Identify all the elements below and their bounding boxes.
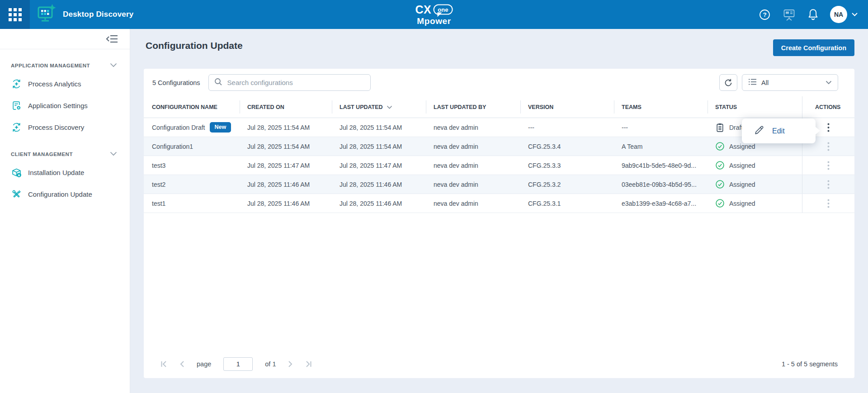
row-context-menu: Edit: [742, 118, 816, 143]
sidebar-item-process-discovery[interactable]: Process Discovery: [0, 116, 130, 138]
configurations-count: 5 Configurations: [152, 79, 200, 86]
row-actions-menu-button[interactable]: [822, 140, 835, 153]
cell-last-updated: Jul 28, 2025 11:46 AM: [332, 194, 426, 213]
cell-actions: [802, 175, 854, 194]
edit-pencil-icon: [754, 124, 765, 137]
sidebar-section-header[interactable]: CLIENT MANAGEMENT: [0, 152, 130, 157]
table-header: CONFIGURATION NAMECREATED ONLAST UPDATED…: [144, 96, 854, 118]
collapse-sidebar-icon[interactable]: [106, 34, 118, 43]
column-header-configuration-name[interactable]: CONFIGURATION NAME: [144, 96, 240, 118]
process-analytics-icon: [11, 78, 22, 89]
configuration-name: test1: [152, 200, 165, 207]
edit-label: Edit: [772, 127, 785, 135]
chevron-down-icon: [110, 63, 117, 68]
search-input[interactable]: [226, 78, 365, 87]
cell-teams: A Team: [614, 137, 708, 156]
context-menu-edit[interactable]: Edit: [742, 118, 816, 143]
filter-value: All: [761, 79, 769, 86]
list-icon: [748, 78, 757, 87]
cell-created-on: Jul 28, 2025 11:54 AM: [240, 118, 332, 137]
cell-actions: [802, 156, 854, 175]
status-label: Assigned: [729, 143, 755, 150]
next-page-button[interactable]: [288, 360, 293, 368]
sidebar-item-configuration-update[interactable]: Configuration Update: [0, 183, 130, 205]
app-title: Desktop Discovery: [63, 10, 133, 19]
configuration-name: Configuration Draft: [152, 124, 205, 131]
help-icon[interactable]: ?: [759, 9, 771, 21]
cell-version: CFG.25.3.3: [521, 156, 614, 175]
last-page-button[interactable]: [305, 360, 312, 368]
assigned-check-icon: [715, 142, 725, 151]
filter-dropdown[interactable]: All: [742, 74, 838, 91]
cell-created-on: Jul 28, 2025 11:54 AM: [240, 137, 332, 156]
column-header-label: LAST UPDATED BY: [434, 104, 486, 110]
assigned-check-icon: [715, 199, 725, 208]
cell-last-updated-by: neva dev admin: [426, 175, 521, 194]
configuration-update-icon: [11, 189, 22, 199]
logo-cx: CX: [415, 4, 432, 15]
user-menu[interactable]: NA: [830, 6, 858, 23]
row-actions-menu-button[interactable]: [822, 178, 835, 191]
column-header-last-updated-by[interactable]: LAST UPDATED BY: [426, 96, 521, 118]
installation-update-icon: [11, 167, 22, 178]
top-navigation-bar: Desktop Discovery CX one Mpower ?: [0, 0, 868, 29]
avatar: NA: [830, 6, 847, 23]
table-row: test2Jul 28, 2025 11:46 AMJul 28, 2025 1…: [144, 175, 854, 194]
cell-last-updated-by: neva dev admin: [426, 118, 521, 137]
cell-version: CFG.25.3.2: [521, 175, 614, 194]
column-header-status[interactable]: STATUS: [708, 96, 802, 118]
cell-last-updated-by: neva dev admin: [426, 194, 521, 213]
first-page-button[interactable]: [160, 360, 167, 368]
column-header-label: VERSION: [528, 104, 553, 110]
cell-last-updated: Jul 28, 2025 11:54 AM: [332, 118, 426, 137]
cell-teams: 03eeb81e-09b3-4b5d-95...: [614, 175, 708, 194]
svg-text:?: ?: [763, 11, 766, 18]
column-header-actions[interactable]: ACTIONS: [802, 96, 854, 118]
sidebar: APPLICATION MANAGEMENTProcess AnalyticsA…: [0, 29, 130, 393]
process-discovery-icon: [11, 122, 22, 133]
column-header-last-updated[interactable]: LAST UPDATED: [332, 96, 426, 118]
configuration-name: Configuration1: [152, 143, 193, 150]
previous-page-button[interactable]: [179, 360, 184, 368]
row-actions-menu-button[interactable]: [822, 197, 835, 210]
column-header-version[interactable]: VERSION: [521, 96, 614, 118]
pagination-range: 1 - 5 of 5 segments: [782, 360, 838, 368]
sidebar-section-header[interactable]: APPLICATION MANAGEMENT: [0, 63, 130, 68]
status-label: Draft: [729, 124, 743, 131]
row-actions-menu-button[interactable]: [822, 121, 835, 134]
assigned-check-icon: [715, 180, 725, 189]
search-box: [208, 74, 371, 91]
sidebar-item-label: Application Settings: [28, 102, 88, 109]
cell-status: Assigned: [708, 175, 802, 194]
waffle-grid-icon: [9, 8, 22, 21]
cell-configuration-name: Configuration1: [144, 137, 240, 156]
cell-last-updated: Jul 28, 2025 11:54 AM: [332, 137, 426, 156]
logo-one-bubble: one: [433, 5, 453, 15]
create-configuration-button[interactable]: Create Configuration: [773, 39, 854, 56]
sidebar-item-process-analytics[interactable]: Process Analytics: [0, 73, 130, 95]
column-header-teams[interactable]: TEAMS: [614, 96, 708, 118]
cell-version: ---: [521, 118, 614, 137]
sidebar-item-label: Configuration Update: [28, 190, 92, 198]
column-header-label: STATUS: [715, 104, 737, 110]
configuration-name: test2: [152, 181, 165, 188]
section-label: APPLICATION MANAGEMENT: [11, 63, 90, 68]
column-header-created-on[interactable]: CREATED ON: [240, 96, 332, 118]
sidebar-item-installation-update[interactable]: Installation Update: [0, 161, 130, 183]
sidebar-item-application-settings[interactable]: Application Settings: [0, 95, 130, 116]
row-actions-menu-button[interactable]: [822, 159, 835, 172]
page-number-input[interactable]: [223, 357, 253, 371]
notifications-bell-icon[interactable]: [807, 8, 819, 21]
assigned-check-icon: [715, 161, 725, 170]
main-content: Configuration Update Create Configuratio…: [130, 29, 868, 393]
cell-teams: 9ab9c41b-5de5-48e0-9d...: [614, 156, 708, 175]
presentation-icon[interactable]: [782, 8, 796, 21]
cell-teams: e3ab1399-e3a9-4c68-a7...: [614, 194, 708, 213]
configurations-card: 5 Configurations: [144, 69, 854, 378]
cell-created-on: Jul 28, 2025 11:46 AM: [240, 194, 332, 213]
section-label: CLIENT MANAGEMENT: [11, 152, 73, 157]
column-header-label: ACTIONS: [815, 104, 840, 110]
table-toolbar: 5 Configurations: [144, 69, 854, 96]
refresh-button[interactable]: [719, 74, 737, 91]
app-launcher-button[interactable]: [0, 0, 30, 29]
